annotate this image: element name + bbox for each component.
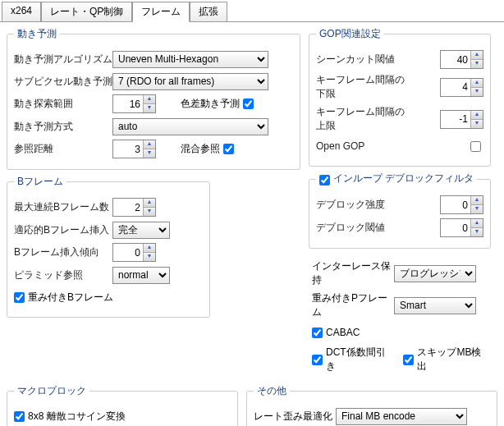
cabac-check[interactable]: CABAC (312, 327, 360, 338)
me-algo-select[interactable]: Uneven Multi-Hexagon (112, 51, 268, 68)
deblock-strength-label: デブロック強度 (316, 198, 405, 212)
pyramid-label: ピラミッド参照 (14, 268, 112, 282)
tab-frame[interactable]: フレーム (132, 2, 190, 22)
tab-x264[interactable]: x264 (2, 2, 41, 21)
opengop-check[interactable] (470, 141, 481, 152)
weightp-select[interactable]: Smart (394, 297, 476, 314)
bframe-legend: Bフレーム (14, 175, 66, 189)
mixref-check[interactable]: 混合参照 (181, 142, 234, 156)
me-algo-label: 動き予測アルゴリズム (14, 53, 112, 66)
chroma-me-check[interactable]: 色差動き予測 (181, 97, 254, 111)
subpel-select[interactable]: 7 (RDO for all frames) (112, 73, 268, 90)
skip-mb-label: スキップMB検出 (417, 346, 488, 373)
rdo-label: レート歪み最適化 (254, 410, 336, 424)
me-method-label: 動き予測方式 (14, 120, 112, 134)
gop-group: GOP関連設定 シーンカット閾値 ▲▼ キーフレーム間隔の下限 ▲▼ キーフレー… (309, 27, 491, 167)
dct8x8-check[interactable]: 8x8 離散コサイン変換 (14, 410, 126, 424)
macroblock-legend: マクロブロック (14, 384, 89, 398)
weightb-check[interactable]: 重み付きBフレーム (14, 291, 113, 305)
badapt-label: 適応的Bフレーム挿入 (14, 223, 112, 237)
weightp-label: 重み付きPフレーム (312, 291, 394, 319)
bframe-group: Bフレーム 最大連続Bフレーム数 ▲▼ 適応的Bフレーム挿入 完全 Bフレーム挿… (7, 175, 210, 318)
deblock-enable-check[interactable]: インループ デブロックフィルタ (319, 172, 474, 186)
interlace-select[interactable]: プログレッシブ (394, 265, 476, 282)
deblock-legend: インループ デブロックフィルタ (333, 172, 474, 186)
subpel-label: サブピクセル動き予測 (14, 75, 112, 89)
opengop-label: Open GOP (316, 140, 405, 152)
bmax-label: 最大連続Bフレーム数 (14, 200, 112, 214)
motion-group: 動き予測 動き予測アルゴリズム Uneven Multi-Hexagon サブピ… (7, 27, 300, 170)
keymin-spin[interactable]: ▲▼ (440, 78, 483, 97)
keymax-label: キーフレーム間隔の上限 (316, 105, 405, 133)
deblock-thresh-label: デブロック閾値 (316, 221, 405, 235)
keymax-spin[interactable]: ▲▼ (440, 110, 483, 129)
deblock-thresh-spin[interactable]: ▲▼ (440, 218, 483, 237)
me-range-spin[interactable]: ▲▼ (112, 94, 156, 113)
me-method-select[interactable]: auto (112, 118, 268, 135)
weightb-label: 重み付きBフレーム (28, 291, 113, 305)
tab-rate[interactable]: レート・QP制御 (41, 2, 132, 21)
dct8x8-label: 8x8 離散コサイン変換 (28, 410, 126, 424)
other-legend: その他 (254, 384, 290, 398)
ref-label: 参照距離 (14, 142, 112, 156)
interlace-label: インターレース保持 (312, 259, 394, 287)
bbias-label: Bフレーム挿入傾向 (14, 245, 112, 259)
tab-bar: x264 レート・QP制御 フレーム 拡張 (0, 0, 504, 22)
keymin-label: キーフレーム間隔の下限 (316, 73, 405, 101)
badapt-select[interactable]: 完全 (112, 222, 170, 239)
deblock-strength-spin[interactable]: ▲▼ (440, 195, 483, 214)
cabac-label: CABAC (326, 327, 360, 338)
frame-pane: 動き予測 動き予測アルゴリズム Uneven Multi-Hexagon サブピ… (0, 22, 504, 426)
deblock-group: インループ デブロックフィルタ デブロック強度 ▲▼ デブロック閾値 ▲▼ (309, 172, 491, 249)
macroblock-group: マクロブロック 8x8 離散コサイン変換 p8x8 b8x8 p4x4 i8x8… (7, 384, 238, 426)
pyramid-select[interactable]: normal (112, 267, 170, 284)
motion-legend: 動き予測 (14, 27, 60, 41)
dct-decimate-label: DCT係数間引き (326, 346, 392, 373)
gop-legend: GOP関連設定 (316, 27, 384, 41)
scenecut-spin[interactable]: ▲▼ (440, 50, 483, 69)
chroma-me-label: 色差動き予測 (181, 97, 240, 111)
ref-spin[interactable]: ▲▼ (112, 140, 156, 158)
bbias-spin[interactable]: ▲▼ (112, 243, 156, 262)
mixref-label: 混合参照 (181, 142, 220, 156)
other-group: その他 レート歪み最適化 Final MB encode 量子化マトリックス f… (246, 384, 497, 426)
rdo-select[interactable]: Final MB encode (336, 408, 467, 425)
me-range-label: 動き探索範囲 (14, 97, 112, 111)
scenecut-label: シーンカット閾値 (316, 53, 405, 66)
bmax-spin[interactable]: ▲▼ (112, 198, 156, 217)
tab-ext[interactable]: 拡張 (190, 2, 227, 21)
dct-decimate-check[interactable]: DCT係数間引き (312, 346, 392, 373)
skip-mb-check[interactable]: スキップMB検出 (403, 346, 488, 373)
